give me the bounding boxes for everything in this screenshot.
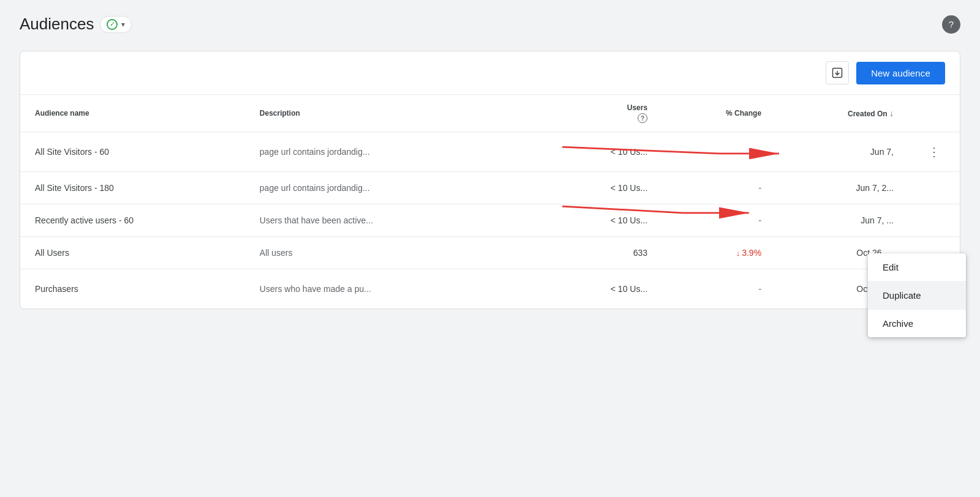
description-cell: page url contains jordandig... bbox=[245, 172, 546, 204]
users-cell: < 10 Us... bbox=[546, 269, 662, 309]
context-menu-item-edit[interactable]: Edit bbox=[868, 253, 966, 282]
actions-cell[interactable] bbox=[908, 204, 960, 237]
table-header-row: Audience name Description Users ? % Chan… bbox=[20, 95, 960, 132]
page-header: Audiences ✓ ▾ ? bbox=[20, 15, 960, 34]
sort-arrow-icon: ↓ bbox=[889, 108, 894, 118]
pct-change-cell: - bbox=[662, 172, 776, 204]
description-cell: All users bbox=[245, 237, 546, 269]
audience-name-cell: All Site Visitors - 60 bbox=[20, 132, 245, 172]
table-row: All Site Visitors - 60page url contains … bbox=[20, 132, 960, 172]
context-menu: EditDuplicateArchive bbox=[868, 253, 966, 337]
pct-change-cell: ↓3.9% bbox=[662, 237, 776, 269]
col-header-description: Description bbox=[245, 95, 546, 132]
description-cell: page url contains jordandig... bbox=[245, 132, 546, 172]
actions-cell[interactable]: ⋮ bbox=[908, 132, 960, 172]
col-header-created-on[interactable]: Created On ↓ bbox=[776, 95, 908, 132]
pct-change-cell: - bbox=[662, 204, 776, 237]
check-circle-icon: ✓ bbox=[107, 19, 118, 30]
table-row: All UsersAll users633↓3.9%Oct 26, ... bbox=[20, 237, 960, 269]
users-help-icon[interactable]: ? bbox=[638, 113, 647, 123]
audiences-table: Audience name Description Users ? % Chan… bbox=[20, 95, 960, 308]
users-cell: 633 bbox=[546, 237, 662, 269]
download-button[interactable] bbox=[826, 61, 849, 84]
down-arrow-icon: ↓ bbox=[736, 248, 741, 258]
users-cell: < 10 Us... bbox=[546, 172, 662, 204]
card-toolbar: New audience bbox=[20, 51, 960, 95]
three-dots-menu-icon[interactable]: ⋮ bbox=[923, 143, 945, 160]
table-row: All Site Visitors - 180page url contains… bbox=[20, 172, 960, 204]
actions-cell[interactable] bbox=[908, 172, 960, 204]
chevron-down-icon: ▾ bbox=[121, 20, 125, 29]
col-header-users: Users ? bbox=[546, 95, 662, 132]
context-menu-item-archive[interactable]: Archive bbox=[868, 310, 966, 337]
description-cell: Users who have made a pu... bbox=[245, 269, 546, 309]
description-cell: Users that have been active... bbox=[245, 204, 546, 237]
audience-name-cell: All Site Visitors - 180 bbox=[20, 172, 245, 204]
created-on-cell: Jun 7, 2... bbox=[776, 172, 908, 204]
context-menu-item-duplicate[interactable]: Duplicate bbox=[868, 282, 966, 310]
table-row: Recently active users - 60Users that hav… bbox=[20, 204, 960, 237]
pct-change-cell: - bbox=[662, 269, 776, 309]
audiences-card: New audience Audience name Description U… bbox=[20, 51, 960, 309]
users-cell: < 10 Us... bbox=[546, 204, 662, 237]
status-badge[interactable]: ✓ ▾ bbox=[100, 16, 132, 33]
pct-change-cell: - bbox=[662, 132, 776, 172]
created-on-cell: Jun 7, bbox=[776, 132, 908, 172]
col-header-actions bbox=[908, 95, 960, 132]
title-area: Audiences ✓ ▾ bbox=[20, 15, 132, 34]
table-row: PurchasersUsers who have made a pu...< 1… bbox=[20, 269, 960, 309]
created-on-cell: Jun 7, ... bbox=[776, 204, 908, 237]
audience-name-cell: All Users bbox=[20, 237, 245, 269]
col-header-name: Audience name bbox=[20, 95, 245, 132]
users-cell: < 10 Us... bbox=[546, 132, 662, 172]
audience-name-cell: Recently active users - 60 bbox=[20, 204, 245, 237]
page-title: Audiences bbox=[20, 15, 94, 34]
help-icon[interactable]: ? bbox=[942, 15, 960, 34]
new-audience-button[interactable]: New audience bbox=[856, 62, 945, 84]
audience-name-cell: Purchasers bbox=[20, 269, 245, 309]
col-header-pct-change: % Change bbox=[662, 95, 776, 132]
